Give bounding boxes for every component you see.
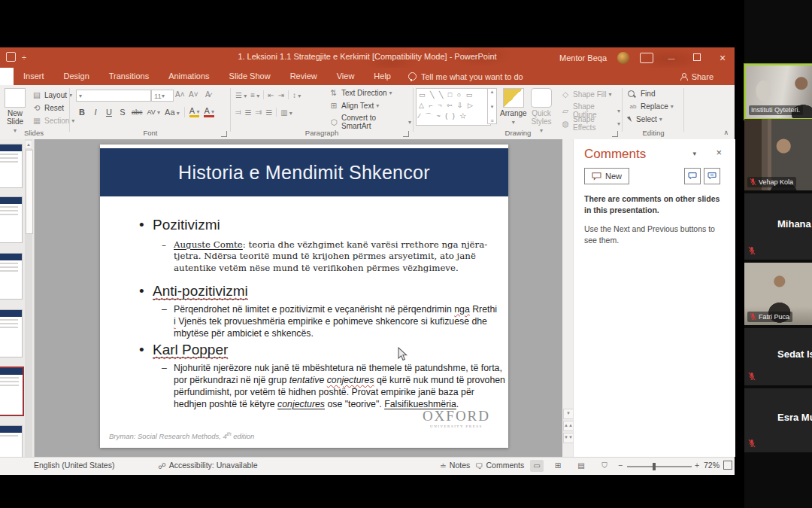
scrollbar-thumb[interactable] <box>26 150 33 234</box>
clear-formatting-icon[interactable]: A̷ <box>205 90 211 99</box>
zoom-slider[interactable] <box>627 466 692 467</box>
zoom-level[interactable]: 72% <box>704 461 720 470</box>
arrange-button[interactable]: Arrange <box>500 88 527 126</box>
tell-me-search[interactable]: Tell me what you want to do <box>408 72 523 81</box>
zoom-in-button[interactable]: + <box>695 461 699 470</box>
layout-button[interactable]: ▤Layout <box>32 90 72 99</box>
font-size-combo[interactable]: 11 <box>151 90 174 102</box>
tab-home-stub[interactable] <box>0 68 14 85</box>
current-slide[interactable]: Historia e Mendimit Shkencor Pozitivizmi… <box>100 144 508 448</box>
grow-font-icon[interactable]: A˄ <box>175 90 185 99</box>
align-center-icon[interactable]: ☰ <box>245 108 252 117</box>
slide-title-banner[interactable]: Historia e Mendimit Shkencor <box>100 148 508 196</box>
zoom-out-button[interactable]: − <box>618 461 623 470</box>
collapse-ribbon-icon[interactable] <box>723 129 729 136</box>
find-button[interactable]: Find <box>628 90 655 98</box>
underline-button[interactable]: U <box>105 108 114 117</box>
comments-close-icon[interactable] <box>716 147 722 158</box>
ribbon-display-options-icon[interactable] <box>640 53 653 63</box>
tab-design[interactable]: Design <box>54 68 99 85</box>
tab-help[interactable]: Help <box>364 68 401 85</box>
language-status[interactable]: English (United States) <box>34 461 114 470</box>
comments-menu-chevron-icon[interactable] <box>692 150 696 157</box>
previous-comment-button[interactable] <box>684 168 701 184</box>
slide-thumbnail[interactable] <box>0 253 23 300</box>
close-button[interactable] <box>715 52 730 64</box>
columns-icon[interactable]: ▥ <box>280 108 292 117</box>
numbering-button[interactable]: ≡ <box>250 91 259 99</box>
slide-thumbnail-selected[interactable] <box>0 367 24 416</box>
account-name[interactable]: Mentor Beqa <box>559 53 607 62</box>
align-left-icon[interactable]: ⫤ <box>235 108 241 117</box>
accessibility-status[interactable]: ☍Accessibility: Unavailable <box>158 461 258 470</box>
drawing-dialog-launcher-icon[interactable] <box>612 131 618 137</box>
next-comment-button[interactable] <box>704 168 720 184</box>
tab-view[interactable]: View <box>327 68 365 85</box>
font-name-combo[interactable] <box>76 90 151 102</box>
tab-slide-show[interactable]: Slide Show <box>220 68 280 85</box>
replace-button[interactable]: abReplace <box>628 102 674 111</box>
tab-review[interactable]: Review <box>280 68 327 85</box>
shapes-gallery[interactable]: ▭ ╲ ╲ □ ○ ▭ △ ⌐ ¬ ⇦ ⇩ ▷ ∕ ⌒ ~ ( ) ☆ <box>416 88 491 126</box>
slide-sorter-view-button[interactable]: ⊞ <box>551 460 565 472</box>
zoom-slider-thumb[interactable] <box>653 463 656 470</box>
decrease-indent-icon[interactable]: ⇤ <box>268 91 274 99</box>
increase-indent-icon[interactable]: ⇥ <box>278 91 284 99</box>
scroll-up-icon[interactable]: ▲ <box>26 141 32 148</box>
tab-animations[interactable]: Animations <box>159 68 219 85</box>
align-right-icon[interactable]: ⫥ <box>256 108 262 117</box>
font-dialog-launcher-icon[interactable] <box>221 131 227 137</box>
strikethrough-button[interactable]: abc <box>132 108 143 116</box>
restore-button[interactable] <box>689 53 704 63</box>
share-button[interactable]: Share <box>680 72 714 81</box>
reading-view-button[interactable]: ▤ <box>574 460 588 472</box>
highlight-color-button[interactable]: A <box>189 106 200 117</box>
participant-tile[interactable]: Vehap Kola <box>744 119 812 190</box>
shape-fill-button[interactable]: ◇Shape Fill <box>560 90 611 99</box>
tab-transitions[interactable]: Transitions <box>99 68 159 85</box>
scroll-down-icon[interactable]: ▼ <box>563 409 574 419</box>
new-comment-button[interactable]: New <box>584 168 629 184</box>
shapes-gallery-scroll[interactable]: ▴▾≡ <box>487 88 497 124</box>
participant-tile[interactable]: Mihana G <box>744 193 812 260</box>
next-slide-button[interactable]: ▼▼ <box>563 433 574 443</box>
account-avatar[interactable] <box>617 52 629 64</box>
slide-thumbnail[interactable] <box>0 425 23 458</box>
slide-show-button[interactable]: ⛉ <box>598 460 611 472</box>
tab-insert[interactable]: Insert <box>14 68 54 85</box>
slide-thumbnail[interactable] <box>0 196 23 243</box>
participant-tile[interactable]: Esra Mur <box>744 388 812 452</box>
participant-tile[interactable]: Sedat Isla <box>744 328 812 385</box>
paragraph-dialog-launcher-icon[interactable] <box>403 131 409 137</box>
thumbnail-scrollbar[interactable]: ▲ <box>25 139 32 457</box>
slide-thumbnail[interactable] <box>0 144 23 188</box>
character-spacing-button[interactable]: AV <box>147 108 161 116</box>
participant-tile[interactable]: Fatri Puca <box>744 263 812 325</box>
text-shadow-button[interactable]: S <box>118 108 127 117</box>
normal-view-button[interactable]: ▭ <box>530 460 544 472</box>
slide-scrollbar[interactable]: ▼ ▲▲ ▼▼ <box>562 139 573 457</box>
bullets-button[interactable]: ☰ <box>235 91 247 99</box>
line-spacing-icon[interactable]: ↕ <box>292 91 301 99</box>
new-slide-button[interactable]: New Slide <box>3 88 27 134</box>
align-text-button[interactable]: ⊞Align Text <box>329 101 379 110</box>
quick-styles-button[interactable]: Quick Styles <box>529 88 554 134</box>
select-button[interactable]: Select <box>628 115 662 123</box>
slide-thumbnail[interactable] <box>0 309 23 357</box>
comments-toggle-button[interactable]: 🗨Comments <box>475 461 524 470</box>
bold-button[interactable]: B <box>77 108 86 117</box>
notes-button[interactable]: ≐Notes <box>440 461 470 470</box>
font-color-button[interactable]: A <box>204 106 214 117</box>
change-case-button[interactable]: Aa <box>165 108 180 117</box>
italic-button[interactable]: I <box>91 108 100 117</box>
participant-tile-active-speaker[interactable]: Instituti Qyteteri. <box>744 64 812 120</box>
section-button[interactable]: ▦Section <box>32 116 74 125</box>
previous-slide-button[interactable]: ▲▲ <box>563 421 574 431</box>
text-direction-button[interactable]: ⇅Text Direction <box>329 88 392 97</box>
reset-button[interactable]: ⟲Reset <box>32 103 64 112</box>
shrink-font-icon[interactable]: A˅ <box>189 90 198 99</box>
minimize-button[interactable] <box>664 53 679 63</box>
fit-to-window-button[interactable] <box>723 461 732 471</box>
convert-smartart-button[interactable]: ⬡Convert to SmartArt <box>329 114 411 130</box>
justify-icon[interactable]: ☰ <box>265 108 272 117</box>
